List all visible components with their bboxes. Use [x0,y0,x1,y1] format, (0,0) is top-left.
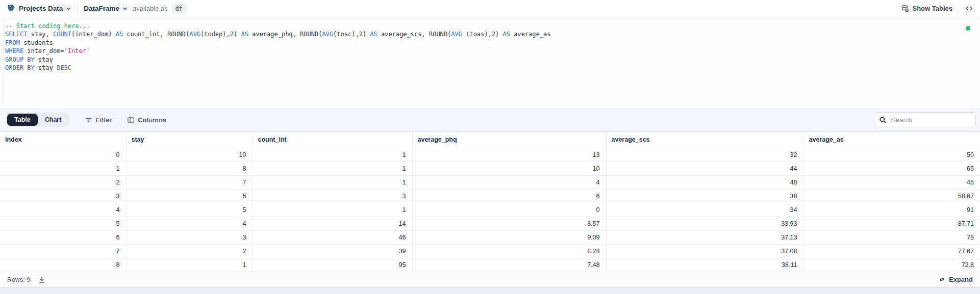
results-toolbar: TableChart Filter Columns [0,108,980,132]
topbar-divider [77,5,78,13]
search-icon [879,116,887,124]
code-line: ORDER BY stay DESC [5,64,965,72]
database-eye-icon [901,5,909,13]
code-line: SELECT stay, COUNT(inter_dom) AS count_i… [5,30,965,38]
table-cell: 45 [803,175,980,189]
table-cell: 46 [253,230,412,244]
filter-icon [85,116,92,124]
table-cell: 91 [803,203,980,217]
table-cell: 44 [606,162,803,175]
expand-button[interactable]: Expand [939,276,973,283]
table-cell: 9.09 [412,230,606,244]
table-cell: 13 [412,148,606,162]
code-line: GROUP BY stay [5,56,965,64]
table-cell: 6 [0,230,126,244]
columns-button[interactable]: Columns [127,116,166,124]
table-cell: 8 [126,162,253,175]
filter-button[interactable]: Filter [85,116,112,124]
sql-editor[interactable]: -- Start coding here...SELECT stay, COUN… [0,17,980,108]
table-cell: 48 [606,175,803,189]
search-box[interactable] [874,112,976,127]
table-cell: 38.11 [606,258,803,272]
filter-label: Filter [95,116,112,124]
table-cell: 34 [606,203,803,217]
table-row[interactable]: 181104465 [0,162,980,175]
table-row[interactable]: 72398.2837.0877.67 [0,244,980,258]
table-row[interactable]: 0101133250 [0,148,980,162]
show-tables-label: Show Tables [913,5,953,12]
table-cell: 50 [803,148,980,162]
results-footer: Rows: 9 Expand [0,272,980,288]
table-cell: 77.67 [803,244,980,258]
table-cell: 5 [0,217,126,230]
dataframe-variable-badge: df [172,4,186,13]
table-cell: 87.71 [803,217,980,230]
tab-table[interactable]: Table [7,114,38,126]
topbar: Projects Data DataFrame available as df [0,0,980,17]
table-cell: 38 [606,189,803,203]
table-cell: 0 [412,203,606,217]
table-cell: 8.28 [412,244,606,258]
column-header-stay[interactable]: stay [126,132,253,148]
table-cell: 37.08 [606,244,803,258]
sql-code: -- Start coding here...SELECT stay, COUN… [5,22,965,72]
code-brackets-icon [965,5,973,12]
table-cell: 10 [126,148,253,162]
table-cell: 5 [126,203,253,217]
code-line: WHERE inter_dom='Inter' [5,47,965,55]
table-cell: 4 [0,203,126,217]
table-row[interactable]: 81957.4838.1172.8 [0,258,980,272]
view-mode-tabs: TableChart [6,113,69,127]
columns-label: Columns [138,116,166,124]
tab-chart[interactable]: Chart [38,114,69,126]
table-cell: 32 [606,148,803,162]
table-cell: 6 [412,189,606,203]
table-cell: 8.57 [412,217,606,230]
table-cell: 39 [253,244,412,258]
table-row[interactable]: 45103491 [0,203,980,217]
table-cell: 1 [253,162,412,175]
expand-icon [939,276,945,283]
search-input[interactable] [890,116,971,124]
data-source-dropdown[interactable]: Projects Data [7,4,71,13]
table-cell: 10 [412,162,606,175]
table-cell: 3 [0,189,126,203]
column-header-average_as[interactable]: average_as [803,132,980,148]
table-row[interactable]: 27144845 [0,175,980,189]
results-table: indexstaycount_intaverage_phqaverage_scs… [0,132,980,272]
show-tables-button[interactable]: Show Tables [901,5,953,13]
table-cell: 3 [126,230,253,244]
table-cell: 7.48 [412,258,606,272]
table-cell: 3 [253,189,412,203]
table-cell: 1 [253,175,412,189]
table-cell: 1 [253,148,412,162]
available-as-label: available as [133,5,168,12]
column-header-index[interactable]: index [0,132,126,148]
table-row[interactable]: 63469.0937.1378 [0,230,980,244]
download-icon[interactable] [38,276,45,283]
table-cell: 1 [253,203,412,217]
topbar-divider [959,5,959,13]
table-cell: 0 [0,148,126,162]
row-count-label: Rows: 9 [7,276,30,283]
status-dot [966,26,970,31]
table-body: 01011332501811044652714484536363858.6745… [0,148,980,272]
table-cell: 7 [0,244,126,258]
table-row[interactable]: 36363858.67 [0,189,980,203]
column-header-average_phq[interactable]: average_phq [412,132,606,148]
table-cell: 4 [126,217,253,230]
dataframe-dropdown[interactable]: DataFrame [84,5,128,12]
column-header-average_scs[interactable]: average_scs [606,132,803,148]
dataframe-title: DataFrame [84,5,119,12]
table-cell: 95 [253,258,412,272]
table-row[interactable]: 54148.5733.9387.71 [0,217,980,230]
column-header-count_int[interactable]: count_int [253,132,412,148]
expand-label: Expand [949,276,973,283]
chevron-down-icon [66,6,71,11]
data-source-title: Projects Data [19,5,63,12]
chevron-down-icon [122,6,128,11]
table-cell: 1 [0,162,126,175]
table-cell: 1 [126,258,253,272]
code-view-button[interactable] [965,5,973,12]
table-cell: 4 [412,175,606,189]
